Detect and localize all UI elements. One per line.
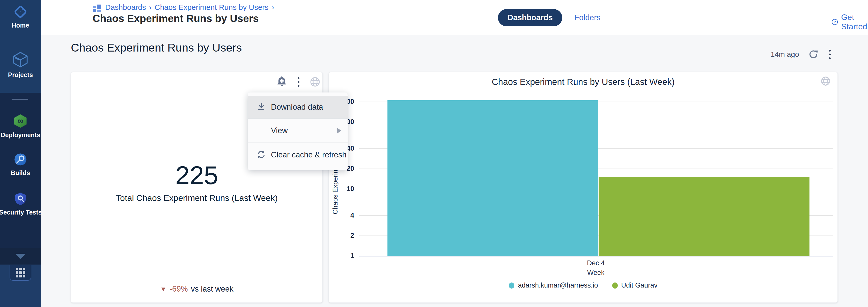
breadcrumb-separator: ›: [149, 3, 152, 11]
dashboard-heading: Chaos Experiment Runs by Users: [71, 41, 242, 54]
chevron-down-icon[interactable]: [16, 254, 26, 259]
y-tick-label: 1: [329, 252, 354, 260]
svg-text:∞: ∞: [18, 116, 24, 125]
tile-globe-button[interactable]: [310, 76, 320, 87]
get-started-link[interactable]: ? Get Started: [831, 12, 868, 31]
globe-icon: [310, 76, 320, 87]
legend-dot: [509, 282, 514, 288]
chart-globe-button[interactable]: [820, 76, 831, 86]
legend-item[interactable]: adarsh.kumar@harness.io: [509, 281, 598, 289]
sidebar-item-security-tests[interactable]: Security Tests: [0, 192, 41, 216]
download-icon: [256, 102, 267, 112]
refresh-icon: [808, 49, 819, 60]
y-tick-label: 4: [329, 212, 354, 219]
deployments-hexagon-icon: ∞: [13, 113, 28, 129]
legend-item[interactable]: Udit Gaurav: [612, 281, 658, 289]
tile-header-actions: [276, 76, 320, 88]
kpi-label: Total Chaos Experiment Runs (Last Week): [71, 193, 322, 203]
menu-item-view[interactable]: View: [248, 119, 348, 142]
breadcrumb-dashboards[interactable]: Dashboards: [105, 3, 146, 11]
bar-Udit Gaurav[interactable]: [598, 177, 809, 256]
harness-dashboard-app: Dashboards › Chaos Experiment Runs by Us…: [0, 0, 868, 307]
chart-title: Chaos Experiment Runs by Users (Last Wee…: [329, 77, 837, 87]
get-started-label: Get Started: [841, 12, 868, 31]
globe-icon: [820, 76, 831, 86]
top-bar: Dashboards › Chaos Experiment Runs by Us…: [41, 0, 868, 35]
tab-dashboards[interactable]: Dashboards: [498, 9, 562, 26]
legend-label: Udit Gaurav: [621, 281, 658, 289]
x-axis-category-label: Dec 4: [359, 259, 833, 267]
x-axis-title: Week: [359, 269, 833, 277]
page-title: Chaos Experiment Runs by Users: [93, 12, 258, 25]
y-tick-label: 2: [329, 232, 354, 240]
bar-adarsh.kumar@harness.io[interactable]: [388, 100, 598, 256]
chevron-right-icon: [337, 128, 341, 134]
sidebar-item-deployments[interactable]: ∞ Deployments: [0, 113, 41, 139]
svg-text:?: ?: [834, 20, 836, 24]
sidebar-item-home[interactable]: Home: [0, 4, 41, 29]
dashboard-kebab-menu-button[interactable]: [828, 49, 832, 60]
sidebar-divider: [11, 99, 28, 100]
menu-item-download-data[interactable]: Download data: [248, 96, 348, 118]
bell-plus-icon: [276, 76, 287, 88]
sidebar-item-builds[interactable]: Builds: [0, 152, 41, 177]
sidebar-nav: Home Projects ∞ Deployments: [0, 0, 41, 307]
dashboard-refresh-meta: 14m ago: [771, 49, 832, 60]
view-tabs: Dashboards Folders: [498, 9, 600, 26]
chart-tile-card: Chaos Experiment Runs by Users (Last Wee…: [329, 72, 838, 303]
y-tick-label: 10: [329, 185, 354, 193]
apps-grid-icon: [16, 268, 25, 277]
breadcrumb: Dashboards › Chaos Experiment Runs by Us…: [93, 3, 274, 11]
last-refreshed-label: 14m ago: [771, 50, 799, 59]
refresh-cycle-icon: [256, 149, 267, 160]
home-harness-icon: [13, 4, 28, 19]
tile-kebab-menu-button[interactable]: [297, 76, 301, 88]
legend-dot: [612, 282, 618, 288]
refresh-button[interactable]: [808, 49, 819, 60]
tile-context-menu: Download data View Clear cache & refresh: [248, 92, 348, 170]
sidebar-collapse-strip: [0, 248, 41, 264]
builds-icon: [13, 152, 28, 167]
breadcrumb-current[interactable]: Chaos Experiment Runs by Users: [155, 3, 269, 11]
help-question-icon: ?: [831, 17, 838, 27]
cube-icon: [12, 51, 29, 69]
menu-item-clear-cache-refresh[interactable]: Clear cache & refresh: [248, 143, 348, 167]
delta-down-triangle-icon: ▼: [160, 285, 167, 293]
sidebar-item-projects[interactable]: Projects: [0, 51, 41, 79]
legend-label: adarsh.kumar@harness.io: [518, 281, 598, 289]
sidebar-bottom-section: [0, 264, 41, 307]
dashboards-tiles-icon: [93, 3, 102, 11]
delta-value: -69%: [169, 284, 188, 294]
tab-folders[interactable]: Folders: [575, 13, 600, 22]
security-shield-icon: [13, 192, 28, 206]
kpi-delta-row: ▼ -69% vs last week: [71, 284, 322, 294]
module-switcher-button[interactable]: [9, 265, 31, 281]
chart-plot: [359, 99, 833, 256]
chart-legend: adarsh.kumar@harness.ioUdit Gaurav: [329, 281, 837, 289]
delta-suffix: vs last week: [191, 284, 234, 294]
alert-bell-add-button[interactable]: [276, 76, 287, 88]
breadcrumb-separator: ›: [272, 3, 274, 11]
